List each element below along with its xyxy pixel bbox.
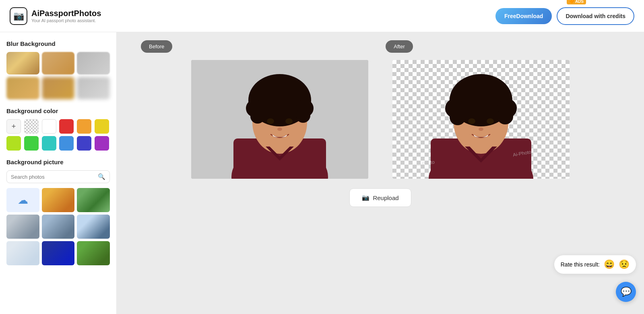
ads-badge: 🧡 ADS [567,0,586,4]
after-person: Ai-Photo Ai-Photo [392,60,570,179]
picture-section-title: Background picture [6,159,110,165]
after-photo: Ai-Photo Ai-Photo [392,60,570,179]
svg-point-8 [250,109,265,124]
indigo-swatch[interactable] [77,136,91,151]
photo-thumb-4[interactable] [42,215,75,239]
svg-point-22 [497,108,513,124]
svg-point-11 [285,118,293,124]
teal-swatch[interactable] [42,136,56,151]
images-row: Ai-Photo Ai-Photo [117,60,644,179]
canvas-area: Before After [117,32,644,314]
chat-icon: 💬 [621,287,632,297]
logo-text: AiPassportPhotos Your AI passport photo … [31,9,101,23]
after-photo-svg: Ai-Photo Ai-Photo [392,60,570,179]
search-bar: 🔍 [6,170,110,183]
rate-label: Rate this result: [561,261,600,268]
blue-swatch[interactable] [59,136,74,151]
main-layout: Blur Background Background color + [0,32,644,314]
photo-grid: ☁ [6,188,110,265]
photo-thumb-3[interactable] [6,215,39,239]
photo-thumb-8[interactable] [77,241,110,265]
sidebar: Blur Background Background color + [0,32,117,314]
download-credits-button[interactable]: Download with credits [557,7,634,25]
yellow-swatch[interactable] [95,119,109,134]
svg-point-10 [267,118,274,124]
svg-point-24 [487,118,494,124]
upload-thumb[interactable]: ☁ [6,188,39,212]
camera-icon: 📷 [10,7,27,25]
app-name: AiPassportPhotos [31,9,101,18]
photo-thumb-6[interactable] [6,241,39,265]
blur-swatch-5[interactable] [42,77,75,99]
red-swatch[interactable] [59,119,74,134]
header-logo: 📷 AiPassportPhotos Your AI passport phot… [10,7,101,25]
header-buttons: 🧡 ADS FreeDownload Download with credits [495,7,634,25]
search-input[interactable] [11,174,95,180]
svg-point-23 [468,118,475,124]
transparent-swatch[interactable] [24,119,39,134]
before-photo [191,60,368,179]
svg-point-21 [450,109,466,125]
photo-thumb-2[interactable] [77,188,110,212]
svg-point-12 [277,128,282,131]
app-tagline: Your AI passport photo assistant. [31,18,101,23]
green-swatch[interactable] [24,136,39,151]
header: 📷 AiPassportPhotos Your AI passport phot… [0,0,644,32]
sad-rating-button[interactable]: 😟 [619,259,630,270]
search-icon[interactable]: 🔍 [98,173,105,180]
blur-swatch-1[interactable] [6,52,39,74]
reupload-label: Reupload [373,194,398,201]
reupload-button[interactable]: 📷 Reupload [349,188,411,207]
photo-thumb-1[interactable] [42,188,75,212]
chat-button[interactable]: 💬 [616,282,636,302]
purple-swatch[interactable] [95,136,109,151]
blur-swatch-3[interactable] [77,52,110,74]
blur-section-title: Blur Background [6,40,110,47]
lime-swatch[interactable] [6,136,21,151]
blur-swatch-6[interactable] [77,77,110,99]
labels-row: Before After [117,40,644,53]
white-swatch[interactable] [42,119,56,134]
svg-point-9 [296,108,310,123]
add-color-swatch[interactable]: + [6,119,21,134]
svg-point-25 [479,128,483,131]
after-label: After [386,40,413,53]
blur-swatch-4[interactable] [6,77,39,99]
blur-swatch-2[interactable] [42,52,75,74]
photo-thumb-5[interactable] [77,215,110,239]
reupload-icon: 📷 [362,194,369,201]
free-download-button[interactable]: FreeDownload [495,8,552,24]
color-section-title: Background color [6,107,110,114]
color-grid: + [6,119,110,151]
happy-rating-button[interactable]: 😄 [604,259,615,270]
before-photo-svg [191,60,368,179]
before-label: Before [141,40,172,53]
blur-grid [6,52,110,99]
orange-swatch[interactable] [77,119,91,134]
rate-result: Rate this result: 😄 😟 [554,255,636,274]
photo-thumb-7[interactable] [42,241,75,265]
